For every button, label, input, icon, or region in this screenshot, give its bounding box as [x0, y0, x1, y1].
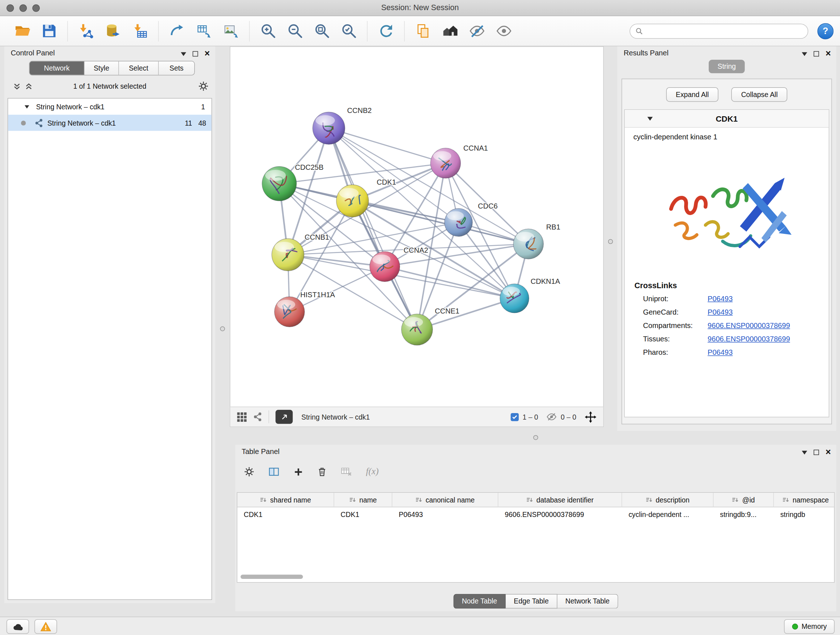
open-session-button[interactable]: [10, 19, 34, 43]
cell-canonical-name[interactable]: P06493: [392, 507, 498, 522]
maximize-panel-icon[interactable]: [193, 51, 198, 57]
collapse-panel-icon[interactable]: [802, 52, 807, 56]
import-network-file-button[interactable]: [74, 19, 98, 43]
splitter-handle[interactable]: [533, 435, 538, 440]
show-columns-icon[interactable]: [268, 466, 280, 477]
delete-column-icon[interactable]: [317, 466, 327, 477]
apply-layout-button[interactable]: [373, 19, 398, 43]
hidden-eye-icon[interactable]: [546, 411, 557, 422]
close-panel-icon[interactable]: ×: [204, 51, 210, 57]
network-canvas[interactable]: CCNB2CCNA1CDC25BCDK1CDC6RB1CCNB1CCNA2CDK…: [231, 47, 603, 407]
table-options-gear-icon[interactable]: [244, 466, 255, 477]
hidden-count: 0 – 0: [561, 413, 576, 421]
save-session-button[interactable]: [36, 19, 61, 43]
column-header[interactable]: database identifier: [498, 493, 622, 507]
column-header[interactable]: shared name: [237, 493, 334, 507]
tab-string[interactable]: String: [708, 60, 745, 73]
tab-network[interactable]: Network: [30, 62, 85, 75]
cell-description[interactable]: cyclin-dependent ...: [622, 507, 714, 522]
memory-button[interactable]: Memory: [784, 619, 835, 634]
uniprot-link[interactable]: P06493: [707, 295, 733, 302]
share-network-icon[interactable]: [254, 412, 262, 422]
column-header[interactable]: description: [622, 493, 714, 507]
network-edge[interactable]: [289, 266, 385, 312]
import-table-button[interactable]: [128, 19, 152, 43]
tab-node-table[interactable]: Node Table: [453, 594, 506, 608]
expand-all-button[interactable]: Expand All: [666, 87, 718, 102]
window-zoom-button[interactable]: [32, 4, 40, 12]
tab-network-table[interactable]: Network Table: [557, 594, 618, 608]
column-header[interactable]: namespace: [774, 493, 835, 507]
tab-select[interactable]: Select: [119, 62, 159, 75]
import-table-icon: [132, 22, 148, 39]
add-column-icon[interactable]: [294, 467, 303, 477]
window-minimize-button[interactable]: [19, 4, 27, 12]
cell-database-identifier[interactable]: 9606.ENSP00000378699: [498, 507, 622, 522]
cell-id[interactable]: stringdb:9...: [714, 507, 774, 522]
zoom-fit-button[interactable]: [309, 19, 334, 43]
network-node-label: CCNE1: [435, 307, 459, 315]
zoom-out-button[interactable]: [283, 19, 307, 43]
traffic-lights: [6, 4, 40, 12]
column-header[interactable]: name: [334, 493, 393, 507]
horizontal-scrollbar-thumb[interactable]: [240, 575, 303, 579]
window-close-button[interactable]: [6, 4, 14, 12]
tissues-link[interactable]: 9606.ENSP00000378699: [707, 335, 790, 343]
gene-collapse-icon[interactable]: [647, 117, 653, 120]
splitter-handle[interactable]: [608, 239, 613, 244]
open-in-browser-button[interactable]: [276, 410, 293, 424]
network-options-gear-icon[interactable]: [198, 81, 209, 92]
pan-crosshair-icon[interactable]: [584, 410, 597, 423]
warnings-button[interactable]: [34, 619, 57, 634]
tab-style[interactable]: Style: [85, 62, 119, 75]
import-network-database-button[interactable]: [101, 19, 125, 43]
search-box[interactable]: [630, 24, 808, 39]
duplicate-page-button[interactable]: [411, 19, 435, 43]
help-button[interactable]: ?: [818, 23, 834, 39]
compartments-link[interactable]: 9606.ENSP00000378699: [707, 321, 790, 329]
network-row[interactable]: String Network – cdk1 11 48: [8, 115, 211, 131]
pharos-link[interactable]: P06493: [707, 348, 733, 356]
show-graphics-button[interactable]: [491, 19, 516, 43]
function-builder-icon: f(x): [366, 466, 378, 477]
edge-count: 48: [192, 119, 206, 127]
maximize-panel-icon[interactable]: [813, 450, 819, 455]
cloud-button[interactable]: [6, 619, 29, 634]
tab-edge-table[interactable]: Edge Table: [506, 594, 557, 608]
column-header[interactable]: @id: [714, 493, 774, 507]
maximize-panel-icon[interactable]: [813, 51, 819, 57]
birdseye-grid-icon[interactable]: [237, 412, 247, 422]
table-row[interactable]: CDK1 CDK1 P06493 9606.ENSP00000378699 cy…: [237, 507, 834, 522]
cell-name[interactable]: CDK1: [334, 507, 393, 522]
search-input[interactable]: [647, 27, 802, 35]
eye-icon: [495, 22, 512, 39]
network-node-label: CCNA2: [404, 246, 428, 254]
collapse-panel-icon[interactable]: [802, 450, 807, 454]
collection-expand-icon[interactable]: [25, 105, 29, 108]
splitter-handle[interactable]: [220, 326, 225, 331]
titlebar: Session: New Session: [0, 0, 840, 16]
network-status-dot-icon: [21, 120, 26, 125]
export-image-button[interactable]: [218, 19, 243, 43]
tab-sets[interactable]: Sets: [159, 62, 194, 75]
zoom-in-button[interactable]: [256, 19, 280, 43]
network-collection-row[interactable]: String Network – cdk1 1: [8, 98, 211, 115]
network-edge[interactable]: [329, 128, 446, 163]
column-header[interactable]: canonical name: [392, 493, 498, 507]
network-from-table-button[interactable]: [192, 19, 216, 43]
neighborhood-button[interactable]: [437, 19, 462, 43]
collapse-all-button[interactable]: Collapse All: [731, 87, 788, 102]
cell-shared-name[interactable]: CDK1: [237, 507, 334, 522]
collapse-panel-icon[interactable]: [181, 52, 186, 56]
close-panel-icon[interactable]: ×: [826, 51, 831, 57]
toolbar-separator: [268, 410, 269, 423]
new-network-button[interactable]: [164, 19, 189, 43]
protein-structure-image: [659, 146, 794, 275]
houses-icon: [441, 22, 458, 39]
selected-checkbox-icon[interactable]: [511, 413, 519, 421]
close-panel-icon[interactable]: ×: [826, 449, 831, 456]
cell-namespace[interactable]: stringdb: [774, 507, 835, 522]
genecard-link[interactable]: P06493: [707, 308, 733, 316]
zoom-selected-button[interactable]: [336, 19, 361, 43]
hide-edges-button[interactable]: [464, 19, 489, 43]
